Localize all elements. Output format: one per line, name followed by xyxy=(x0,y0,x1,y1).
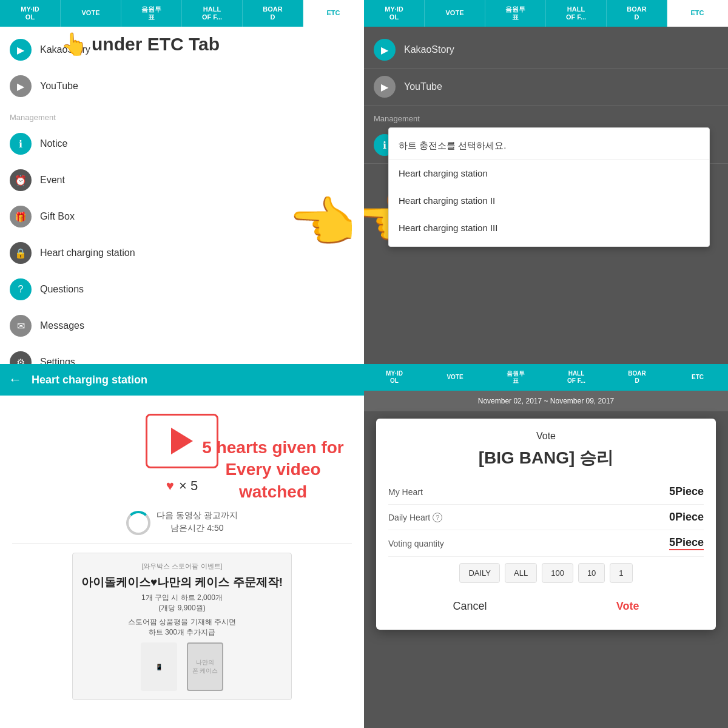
br-tab-vote[interactable]: VOTE xyxy=(425,364,485,391)
dropdown-option-2[interactable]: Heart charging station II xyxy=(389,187,709,214)
tab-etc[interactable]: ETC xyxy=(303,0,364,27)
tr-items-below-dropdown: ? Questions ✉ Messages ⚙ Settings xyxy=(364,357,728,364)
heart-charge-label: Heart charging station xyxy=(40,248,135,258)
tab-sound-vote[interactable]: 음원투표 xyxy=(121,0,182,27)
br-nav-tabs: MY·IDOL VOTE 음원투표 HALLOF F... BOARD ETC xyxy=(364,364,728,391)
kakao-icon: ▶ xyxy=(10,39,32,61)
qty-btn-1[interactable]: 1 xyxy=(610,563,632,583)
daily-heart-row: Daily Heart ? 0Piece xyxy=(388,505,704,530)
voting-quantity-row: Voting quantity 5Piece xyxy=(388,530,704,557)
tr-menu-youtube[interactable]: ▶ YouTube xyxy=(364,69,728,106)
heart-charge-icon: 🔒 xyxy=(10,242,32,264)
vote-button[interactable]: Vote xyxy=(598,595,658,618)
cancel-button[interactable]: Cancel xyxy=(435,595,505,618)
tab-board[interactable]: BOARD xyxy=(243,0,303,27)
heart-station-dropdown: 하트 충전소를 선택하세요. Heart charging station He… xyxy=(388,127,710,247)
gift-icon: 🎁 xyxy=(10,206,32,228)
settings-icon: ⚙ xyxy=(10,351,32,364)
top-left-panel: MY·IDOL VOTE 음원투표 HALLOF F... BOARD ETC … xyxy=(0,0,364,364)
hearts-annotation: 5 hearts given forEvery video watched xyxy=(194,437,352,503)
loading-circle xyxy=(126,511,150,535)
menu-questions[interactable]: ? Questions xyxy=(0,271,364,308)
tr-tab-vote[interactable]: VOTE xyxy=(425,0,485,27)
gift-label: Gift Box xyxy=(40,211,75,222)
my-heart-row: My Heart 5Piece xyxy=(388,479,704,505)
questions-icon: ? xyxy=(10,278,32,300)
daily-heart-label: Daily Heart ? xyxy=(388,513,442,522)
tr-menu-kakao[interactable]: ▶ KakaoStory xyxy=(364,32,728,69)
qty-btn-100[interactable]: 100 xyxy=(542,563,573,583)
tr-menu-questions[interactable]: ? Questions xyxy=(364,357,728,364)
tr-youtube-label: YouTube xyxy=(404,81,442,92)
notice-label: Notice xyxy=(40,138,67,149)
tr-kakao-label: KakaoStory xyxy=(404,44,454,55)
dropdown-title: 하트 충전소를 선택하세요. xyxy=(389,133,709,160)
loading-area: 다음 동영상 광고까지남은시간 4:50 xyxy=(126,502,238,535)
bl-header-title: Heart charging station xyxy=(32,374,147,386)
date-range-bar: November 02, 2017 ~ November 09, 2017 xyxy=(364,391,728,411)
tab-hall-of-fame[interactable]: HALLOF F... xyxy=(182,0,243,27)
divider xyxy=(12,544,352,544)
hearts-row: ♥ × 5 xyxy=(166,478,198,494)
product-img-2: 나만의폰 케이스 xyxy=(187,642,223,691)
tr-tab-my-idol[interactable]: MY·IDOL xyxy=(364,0,425,27)
notice-icon: ℹ xyxy=(10,133,32,155)
qty-btn-daily[interactable]: DAILY xyxy=(459,563,500,583)
br-tab-hall[interactable]: HALLOF F... xyxy=(546,364,607,391)
menu-notice[interactable]: ℹ Notice xyxy=(0,126,364,162)
ad-banner[interactable]: [와우박스 스토어팜 이벤트] 아이돌케이스♥나만의 케이스 주문제작! 1개 … xyxy=(72,553,292,700)
tr-tab-sound-vote[interactable]: 음원투표 xyxy=(485,0,546,27)
br-tab-etc[interactable]: ETC xyxy=(667,364,728,391)
play-button[interactable] xyxy=(171,428,193,454)
vote-popup-title: Vote xyxy=(388,431,704,442)
dropdown-option-3[interactable]: Heart charging station III xyxy=(389,214,709,241)
qty-btn-10[interactable]: 10 xyxy=(578,563,605,583)
youtube-icon: ▶ xyxy=(10,75,32,97)
ad-sub1: 1개 구입 시 하트 2,000개(개당 9,900원) xyxy=(81,593,283,613)
messages-label: Messages xyxy=(40,320,84,331)
tr-management-label: Management xyxy=(364,106,728,127)
daily-heart-info-icon[interactable]: ? xyxy=(433,513,442,522)
vote-popup: Vote [BIG BANG] 승리 My Heart 5Piece Daily… xyxy=(376,419,716,630)
tr-youtube-icon: ▶ xyxy=(374,76,396,98)
voting-qty-label: Voting quantity xyxy=(388,539,444,548)
qty-btn-all[interactable]: ALL xyxy=(505,563,537,583)
daily-heart-value: 0Piece xyxy=(669,511,704,524)
my-heart-value: 5Piece xyxy=(669,485,704,498)
tab-my-idol[interactable]: MY·IDOL xyxy=(0,0,61,27)
event-label: Event xyxy=(40,175,65,186)
tab-vote[interactable]: VOTE xyxy=(61,0,121,27)
dropdown-option-1[interactable]: Heart charging station xyxy=(389,160,709,187)
ad-main-text: 아이돌케이스♥나만의 케이스 주문제작! xyxy=(81,575,283,590)
qty-buttons-row: DAILY ALL 100 10 1 xyxy=(388,563,704,583)
vote-artist-name: [BIG BANG] 승리 xyxy=(388,447,704,470)
product-img-1: 📱 xyxy=(141,642,177,691)
tr-tab-etc[interactable]: ETC xyxy=(667,0,728,27)
bottom-right-panel: MY·IDOL VOTE 음원투표 HALLOF F... BOARD ETC … xyxy=(364,364,728,728)
point-right-hand: 👉 xyxy=(290,191,358,255)
ad-product-images: 📱 나만의폰 케이스 xyxy=(81,642,283,691)
top-right-panel: MY·IDOL VOTE 음원투표 HALLOF F... BOARD ETC … xyxy=(364,0,728,364)
tr-kakao-icon: ▶ xyxy=(374,39,396,61)
br-tab-sound[interactable]: 음원투표 xyxy=(485,364,546,391)
settings-label: Settings xyxy=(40,357,75,364)
vote-action-buttons: Cancel Vote xyxy=(388,595,704,618)
messages-icon: ✉ xyxy=(10,315,32,337)
br-tab-myidol[interactable]: MY·IDOL xyxy=(364,364,425,391)
br-tab-board[interactable]: BOARD xyxy=(607,364,667,391)
next-ad-text: 다음 동영상 광고까지남은시간 4:50 xyxy=(157,509,238,534)
back-arrow[interactable]: ← xyxy=(8,372,22,388)
bl-header: ← Heart charging station xyxy=(0,364,364,396)
top-left-nav-tabs: MY·IDOL VOTE 음원투표 HALLOF F... BOARD ETC xyxy=(0,0,364,27)
voting-qty-value: 5Piece xyxy=(669,536,704,550)
tr-nav-tabs: MY·IDOL VOTE 음원투표 HALLOF F... BOARD ETC xyxy=(364,0,728,27)
menu-youtube[interactable]: ▶ YouTube xyxy=(0,68,364,104)
menu-settings[interactable]: ⚙ Settings xyxy=(0,344,364,364)
menu-messages[interactable]: ✉ Messages xyxy=(0,308,364,344)
tr-tab-hall[interactable]: HALLOF F... xyxy=(546,0,607,27)
ad-tag: [와우박스 스토어팜 이벤트] xyxy=(81,562,283,571)
etc-tab-annotation: 👆 under ETC Tab xyxy=(61,32,220,57)
ad-sub2: 스토어팜 상품평을 기재해 주시면하트 300개 추가지급 xyxy=(81,617,283,638)
questions-label: Questions xyxy=(40,284,84,295)
tr-tab-board[interactable]: BOARD xyxy=(607,0,667,27)
